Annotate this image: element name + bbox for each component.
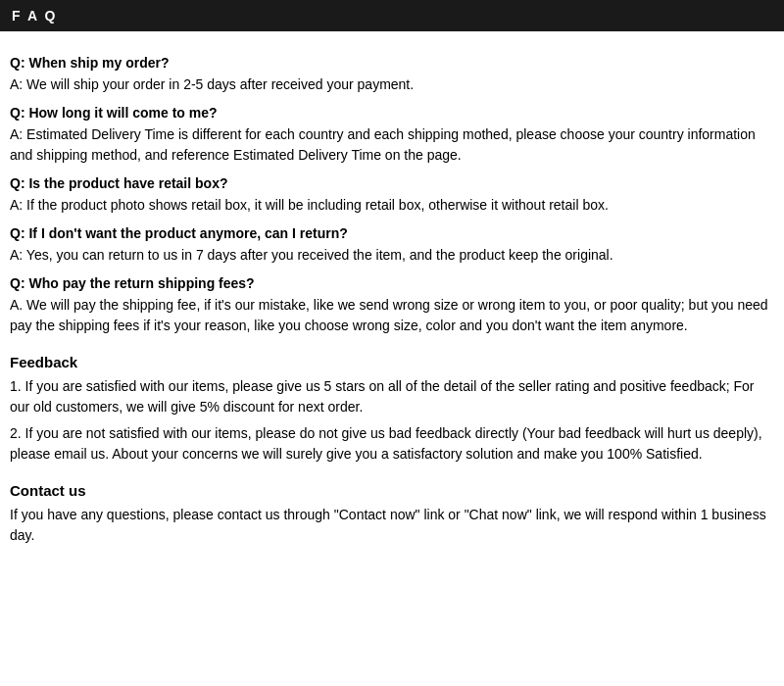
answer-4: A: Yes, you can return to us in 7 days a… <box>10 245 774 266</box>
feedback-title: Feedback <box>10 354 774 370</box>
feedback-item-2: 2. If you are not satisfied with our ite… <box>10 423 774 465</box>
faq-item-2: Q: How long it will come to me? A: Estim… <box>10 105 774 166</box>
answer-1: A: We will ship your order in 2-5 days a… <box>10 74 774 95</box>
main-content: Q: When ship my order? A: We will ship y… <box>0 41 784 556</box>
faq-section: Q: When ship my order? A: We will ship y… <box>10 55 774 336</box>
faq-header: F A Q <box>0 0 784 31</box>
feedback-section: Feedback 1. If you are satisfied with ou… <box>10 354 774 465</box>
contact-section: Contact us If you have any questions, pl… <box>10 482 774 546</box>
answer-3: A: If the product photo shows retail box… <box>10 195 774 216</box>
question-5: Q: Who pay the return shipping fees? <box>10 275 774 291</box>
question-3: Q: Is the product have retail box? <box>10 175 774 191</box>
answer-2: A: Estimated Delivery Time is different … <box>10 124 774 166</box>
feedback-item-1: 1. If you are satisfied with our items, … <box>10 376 774 417</box>
faq-item-1: Q: When ship my order? A: We will ship y… <box>10 55 774 95</box>
contact-title: Contact us <box>10 482 774 499</box>
question-4: Q: If I don't want the product anymore, … <box>10 225 774 241</box>
faq-item-5: Q: Who pay the return shipping fees? A. … <box>10 275 774 336</box>
question-2: Q: How long it will come to me? <box>10 105 774 121</box>
faq-item-4: Q: If I don't want the product anymore, … <box>10 225 774 266</box>
faq-item-3: Q: Is the product have retail box? A: If… <box>10 175 774 216</box>
question-1: Q: When ship my order? <box>10 55 774 71</box>
contact-text: If you have any questions, please contac… <box>10 505 774 546</box>
answer-5: A. We will pay the shipping fee, if it's… <box>10 295 774 336</box>
